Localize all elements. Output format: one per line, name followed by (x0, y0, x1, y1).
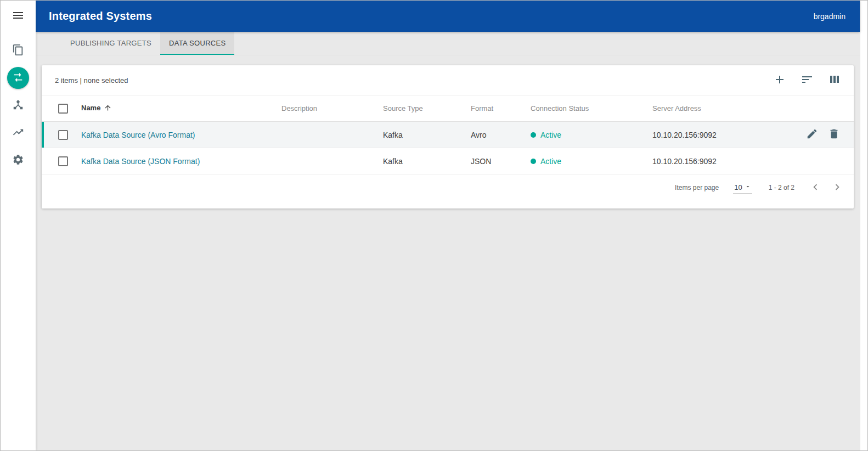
chevron-left-icon (809, 181, 821, 195)
gear-icon (12, 154, 24, 167)
sidebar-item-feed[interactable] (7, 40, 29, 61)
data-sources-table: Name Description Source Type Format Conn… (42, 95, 854, 174)
sidebar-item-integrated-systems[interactable] (7, 67, 29, 89)
card-toolbar: 2 items | none selected (42, 65, 854, 95)
column-header-format[interactable]: Format (471, 95, 531, 122)
pencil-icon (806, 128, 818, 142)
sidebar-item-hierarchy[interactable] (7, 94, 29, 116)
status-badge: Active (531, 157, 652, 166)
description-cell (281, 122, 383, 148)
add-icon (773, 73, 786, 88)
main-area: Integrated Systems brgadmin PUBLISHING T… (36, 1, 860, 450)
sidebar (1, 1, 36, 450)
column-header-name[interactable]: Name (81, 95, 281, 122)
table-row: Kafka Data Source (JSON Format) Kafka JS… (42, 148, 854, 174)
trending-up-icon (12, 126, 24, 140)
page-title: Integrated Systems (49, 10, 152, 22)
server-address-cell: 10.10.20.156:9092 (652, 122, 778, 148)
status-badge: Active (531, 131, 652, 139)
row-checkbox[interactable] (58, 156, 68, 166)
columns-icon (828, 73, 841, 88)
hamburger-icon (12, 9, 25, 24)
trash-icon (828, 128, 840, 142)
table-header-row: Name Description Source Type Format Conn… (42, 95, 854, 122)
previous-page-button[interactable] (804, 177, 826, 199)
scrollbar[interactable] (860, 1, 867, 450)
status-dot-icon (531, 132, 536, 138)
source-type-cell: Kafka (383, 148, 471, 174)
add-button[interactable] (769, 70, 790, 91)
tab-data-sources[interactable]: DATA SOURCES (160, 32, 235, 55)
select-all-checkbox[interactable] (58, 104, 68, 114)
edit-button[interactable] (802, 125, 822, 145)
tab-publishing-targets[interactable]: PUBLISHING TARGETS (61, 32, 160, 55)
paginator: Items per page 10 1 - 2 of 2 (42, 174, 854, 201)
status-dot-icon (531, 159, 536, 164)
column-header-description[interactable]: Description (281, 95, 383, 122)
next-page-button[interactable] (826, 177, 848, 199)
server-address-cell: 10.10.20.156:9092 (652, 148, 778, 174)
format-cell: Avro (471, 122, 531, 148)
description-cell (281, 148, 383, 174)
tab-label: DATA SOURCES (169, 39, 226, 47)
chevron-right-icon (831, 181, 843, 195)
app-window: Integrated Systems brgadmin PUBLISHING T… (0, 0, 868, 451)
delete-button[interactable] (824, 125, 844, 145)
user-menu[interactable]: brgadmin (814, 12, 846, 21)
tab-label: PUBLISHING TARGETS (70, 39, 151, 47)
content-area: 2 items | none selected (36, 55, 860, 450)
app-header: Integrated Systems brgadmin (36, 1, 860, 32)
row-checkbox[interactable] (58, 130, 68, 140)
chevron-down-icon (745, 183, 751, 191)
format-cell: JSON (471, 148, 531, 174)
selection-summary: 2 items | none selected (55, 76, 128, 84)
toolbar-actions (769, 70, 845, 91)
column-header-source-type[interactable]: Source Type (383, 95, 471, 122)
page-size-select[interactable]: 10 (733, 182, 752, 194)
sidebar-item-settings[interactable] (7, 149, 29, 171)
column-header-server-address[interactable]: Server Address (652, 95, 778, 122)
sort-ascending-icon (104, 105, 112, 114)
sidebar-item-trends[interactable] (7, 122, 29, 144)
swap-arrows-icon (12, 71, 24, 85)
data-source-name-link[interactable]: Kafka Data Source (JSON Format) (81, 157, 200, 166)
menu-button[interactable] (1, 1, 36, 32)
sidebar-nav (7, 32, 29, 171)
sort-icon (801, 73, 814, 88)
data-sources-card: 2 items | none selected (42, 65, 854, 208)
sort-button[interactable] (797, 70, 818, 91)
items-per-page-label: Items per page (675, 184, 719, 191)
source-type-cell: Kafka (383, 122, 471, 148)
data-source-name-link[interactable]: Kafka Data Source (Avro Format) (81, 131, 195, 139)
column-header-connection-status[interactable]: Connection Status (531, 95, 652, 122)
columns-button[interactable] (824, 70, 845, 91)
device-hub-icon (12, 99, 24, 112)
tab-bar: PUBLISHING TARGETS DATA SOURCES (36, 32, 860, 55)
table-row: Kafka Data Source (Avro Format) Kafka Av… (42, 122, 854, 148)
feed-icon (12, 44, 24, 58)
page-range-label: 1 - 2 of 2 (769, 184, 794, 191)
